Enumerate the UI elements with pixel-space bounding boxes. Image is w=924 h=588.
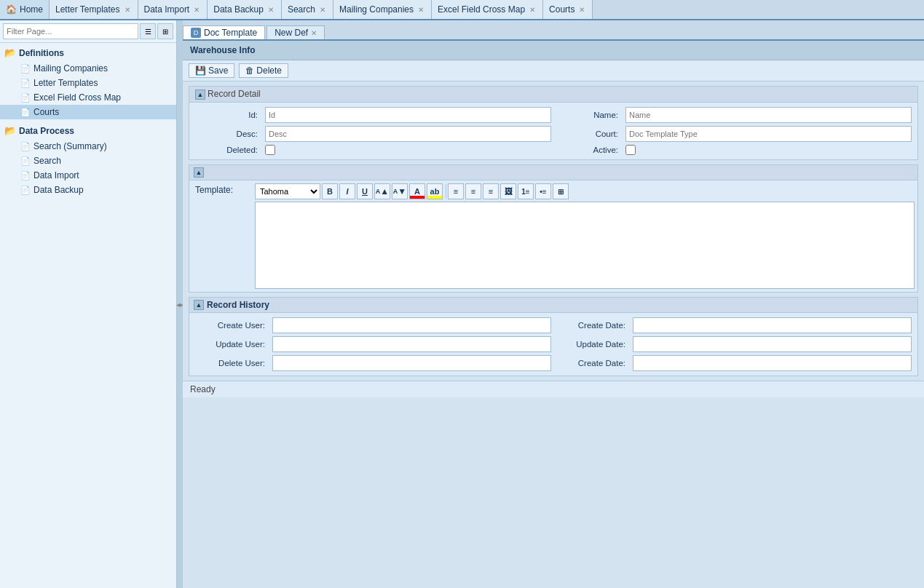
tree-group-data-process-header[interactable]: 📂 Data Process (0, 122, 176, 139)
tab-home[interactable]: 🏠 Home (0, 0, 50, 19)
align-right-btn[interactable]: ≡ (483, 183, 499, 199)
sidebar-item-excel-field-cross-map[interactable]: 📄 Excel Field Cross Map (0, 90, 176, 105)
sidebar-item-search[interactable]: 📄 Search (0, 154, 176, 168)
collapse-template-btn[interactable]: ▲ (194, 167, 204, 178)
close-new-def[interactable]: ✕ (311, 29, 317, 37)
active-label: Active: (556, 146, 621, 154)
tab-data-import[interactable]: Data Import ✕ (138, 0, 208, 19)
deleted-label: Deleted: (195, 146, 261, 154)
close-courts[interactable]: ✕ (577, 6, 586, 14)
create-date2-label: Create Date: (556, 359, 628, 368)
italic-btn[interactable]: I (339, 183, 355, 199)
close-data-backup[interactable]: ✕ (266, 6, 275, 14)
delete-button[interactable]: 🗑 Delete (239, 63, 288, 78)
create-date2-field[interactable] (633, 355, 912, 371)
doc-template-icon: D (191, 28, 201, 38)
underline-btn[interactable]: U (357, 183, 373, 199)
align-center-btn[interactable]: ≡ (465, 183, 481, 199)
tab-mailing-companies[interactable]: Mailing Companies ✕ (333, 0, 432, 19)
deleted-checkbox[interactable] (265, 145, 275, 155)
collapse-record-btn[interactable]: ▲ (195, 90, 205, 100)
sub-tab-new-def[interactable]: New Def ✕ (266, 25, 325, 39)
template-label: Template: (189, 180, 255, 195)
image-btn[interactable]: 🖼 (500, 183, 516, 199)
tab-letter-templates[interactable]: Letter Templates ✕ (50, 0, 138, 19)
sidebar-divider[interactable]: ◂▸ (177, 20, 183, 588)
create-date-field[interactable] (633, 317, 912, 333)
template-section-header: ▲ (189, 165, 917, 180)
tree-group-definitions: 📂 Definitions 📄 Mailing Companies 📄 Lett… (0, 43, 176, 121)
sidebar-item-courts[interactable]: 📄 Courts (0, 105, 176, 119)
bold-btn[interactable]: B (322, 183, 338, 199)
sidebar-item-data-import[interactable]: 📄 Data Import (0, 168, 176, 183)
sidebar-item-mailing-companies[interactable]: 📄 Mailing Companies (0, 61, 176, 76)
collapse-history-btn[interactable]: ▲ (194, 300, 204, 310)
tab-data-backup[interactable]: Data Backup ✕ (208, 0, 282, 19)
update-user-field[interactable] (272, 336, 551, 352)
id-label: Id: (195, 111, 261, 119)
delete-icon: 🗑 (245, 65, 254, 76)
create-user-field[interactable] (272, 317, 551, 333)
highlight-btn[interactable]: ab (427, 183, 443, 199)
editor-toolbar: Tahoma Arial Times New Roman Courier New… (255, 183, 915, 199)
main-layout: ☰ ⊞ 📂 Definitions 📄 Mailing Companies 📄 … (0, 20, 924, 588)
tab-excel-field-cross-map[interactable]: Excel Field Cross Map ✕ (432, 0, 543, 19)
font-color-btn[interactable]: A (409, 183, 425, 199)
ordered-list-btn[interactable]: 1≡ (518, 183, 534, 199)
close-data-import[interactable]: ✕ (192, 6, 201, 14)
tab-courts[interactable]: Courts ✕ (543, 0, 593, 19)
delete-user-field[interactable] (272, 355, 551, 371)
desc-label: Desc: (195, 130, 261, 138)
filter-list-btn[interactable]: ☰ (140, 23, 156, 39)
subscript-btn[interactable]: A▼ (392, 183, 408, 199)
name-label: Name: (556, 111, 621, 119)
id-field[interactable] (265, 107, 551, 123)
doc-icon-letter: 📄 (20, 79, 31, 88)
sidebar: ☰ ⊞ 📂 Definitions 📄 Mailing Companies 📄 … (0, 20, 177, 588)
desc-field[interactable] (265, 126, 551, 142)
superscript-btn[interactable]: A▲ (374, 183, 390, 199)
close-mailing-companies[interactable]: ✕ (416, 6, 425, 14)
record-history-header: ▲ Record History (189, 298, 917, 313)
create-date-label: Create Date: (556, 321, 628, 330)
update-date-label: Update Date: (556, 340, 628, 349)
active-checkbox[interactable] (625, 145, 636, 155)
filter-grid-btn[interactable]: ⊞ (157, 23, 173, 39)
doc-icon-search-summary: 📄 (20, 142, 31, 151)
home-icon: 🏠 (6, 4, 17, 15)
form-toolbar: 💾 Save 🗑 Delete (183, 60, 924, 82)
filter-page-input[interactable] (3, 23, 138, 39)
save-icon: 💾 (195, 65, 206, 76)
sidebar-item-search-summary[interactable]: 📄 Search (Summary) (0, 139, 176, 154)
folder-open-icon-2: 📂 (4, 125, 16, 136)
record-detail-label: ▲ Record Detail (189, 87, 917, 103)
update-user-label: Update User: (195, 340, 268, 349)
tab-search[interactable]: Search ✕ (282, 0, 333, 19)
template-label-row: Template: Tahoma Arial Times New Roman C… (189, 180, 917, 292)
status-bar: Ready (183, 381, 924, 397)
tree-group-definitions-header[interactable]: 📂 Definitions (0, 44, 176, 61)
sub-tab-doc-template[interactable]: D Doc Template (183, 25, 265, 39)
tree-group-data-process: 📂 Data Process 📄 Search (Summary) 📄 Sear… (0, 121, 176, 199)
template-editor[interactable] (255, 202, 915, 289)
court-label: Court: (556, 130, 621, 138)
sidebar-item-letter-templates[interactable]: 📄 Letter Templates (0, 76, 176, 90)
name-field[interactable] (625, 107, 912, 123)
update-date-field[interactable] (633, 336, 912, 352)
court-field[interactable] (625, 126, 912, 142)
table-btn[interactable]: ⊞ (553, 183, 569, 199)
close-excel-field-cross-map[interactable]: ✕ (528, 6, 537, 14)
doc-icon-data-backup: 📄 (20, 186, 31, 195)
sidebar-item-data-backup[interactable]: 📄 Data Backup (0, 183, 176, 197)
record-history-section: ▲ Record History Create User: Create Dat… (189, 297, 918, 376)
record-detail-grid: Id: Name: Desc: Court: Deleted: Active: (189, 103, 917, 159)
font-select[interactable]: Tahoma Arial Times New Roman Courier New… (255, 183, 320, 199)
close-letter-templates[interactable]: ✕ (123, 6, 132, 14)
close-search[interactable]: ✕ (318, 6, 327, 14)
template-section: ▲ Template: Tahoma Arial Times New Roman… (189, 164, 918, 293)
delete-user-label: Delete User: (195, 359, 268, 368)
unordered-list-btn[interactable]: •≡ (535, 183, 551, 199)
save-button[interactable]: 💾 Save (189, 63, 234, 78)
align-left-btn[interactable]: ≡ (448, 183, 464, 199)
sub-tab-bar: D Doc Template New Def ✕ (183, 20, 924, 41)
